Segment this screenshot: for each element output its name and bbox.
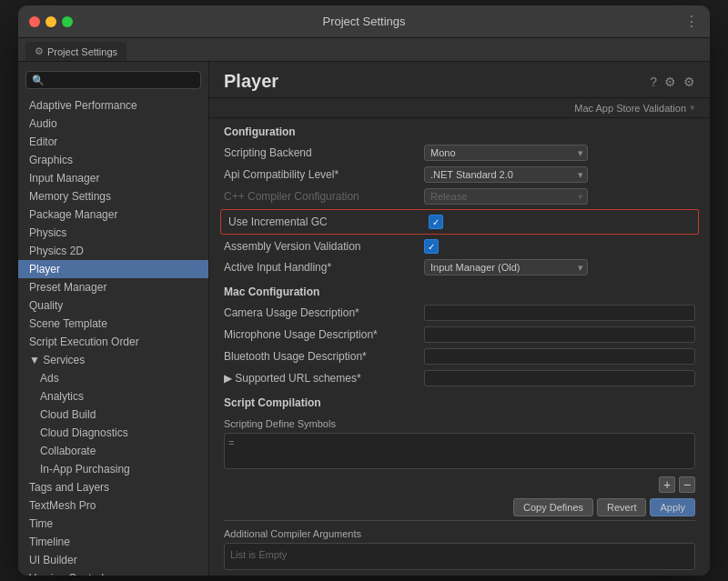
sidebar-item-ads[interactable]: Ads xyxy=(18,369,208,387)
page-title: Player xyxy=(224,71,278,92)
content-area: Adaptive Performance Audio Editor Graphi… xyxy=(18,62,710,576)
tab-bar: ⚙ Project Settings xyxy=(18,38,710,62)
define-remove-button[interactable]: − xyxy=(679,476,695,493)
configuration-section-title: Configuration xyxy=(209,118,710,142)
microphone-usage-input[interactable] xyxy=(424,326,695,343)
url-schemes-row: ▶ Supported URL schemes* xyxy=(209,367,710,389)
window-title: Project Settings xyxy=(29,15,699,28)
sidebar-item-physics[interactable]: Physics xyxy=(18,224,208,242)
sidebar: Adaptive Performance Audio Editor Graphi… xyxy=(18,62,209,576)
cpp-compiler-dropdown[interactable]: Release xyxy=(424,188,588,205)
bluetooth-usage-value xyxy=(424,348,695,365)
sidebar-item-preset-manager[interactable]: Preset Manager xyxy=(18,278,208,296)
camera-usage-row: Camera Usage Description* xyxy=(209,302,710,324)
sidebar-item-audio[interactable]: Audio xyxy=(18,115,208,133)
scripting-backend-row: Scripting Backend Mono xyxy=(209,142,710,164)
define-add-button[interactable]: + xyxy=(659,476,675,493)
sidebar-item-player[interactable]: Player xyxy=(18,260,208,278)
platform-text: Mac App Store Validation xyxy=(574,103,686,114)
revert-define-button[interactable]: Revert xyxy=(597,498,646,516)
scripting-backend-value: Mono xyxy=(424,145,695,161)
sidebar-item-scene-template[interactable]: Scene Template xyxy=(18,315,208,333)
bluetooth-usage-label: Bluetooth Usage Description* xyxy=(224,350,424,363)
copy-defines-button[interactable]: Copy Defines xyxy=(513,498,593,516)
main-content: Player ? ⚙ ⚙ Mac App Store Validation ▾ … xyxy=(209,62,710,576)
assembly-version-value: ✓ xyxy=(424,239,695,254)
sidebar-item-version-control[interactable]: Version Control xyxy=(18,569,208,576)
define-plus-minus-row: + − xyxy=(209,475,710,495)
platform-selector: Mac App Store Validation ▾ xyxy=(209,98,710,118)
close-button[interactable] xyxy=(29,16,40,27)
camera-usage-label: Camera Usage Description* xyxy=(224,306,424,319)
search-bar xyxy=(18,67,208,93)
additional-compiler-label: Additional Compiler Arguments xyxy=(224,528,695,539)
bluetooth-usage-input[interactable] xyxy=(424,348,695,365)
active-input-label: Active Input Handling* xyxy=(224,261,424,274)
url-schemes-input[interactable] xyxy=(424,370,695,386)
main-header: Player ? ⚙ ⚙ xyxy=(209,62,710,98)
define-button-row: Copy Defines Revert Apply xyxy=(209,495,710,520)
gear-icon: ⚙ xyxy=(35,45,44,57)
assembly-version-label: Assembly Version Validation xyxy=(224,240,424,253)
sidebar-item-ui-builder[interactable]: UI Builder xyxy=(18,551,208,569)
maximize-button[interactable] xyxy=(62,16,73,27)
active-input-row: Active Input Handling* Input Manager (Ol… xyxy=(209,256,710,278)
sidebar-item-in-app-purchasing[interactable]: In-App Purchasing xyxy=(18,460,208,478)
sidebar-item-time[interactable]: Time xyxy=(18,515,208,533)
main-window: Project Settings ⋮ ⚙ Project Settings Ad… xyxy=(18,5,710,576)
camera-usage-input[interactable] xyxy=(424,305,695,321)
url-schemes-value xyxy=(424,370,695,386)
header-icons: ? ⚙ ⚙ xyxy=(650,75,695,89)
divider xyxy=(224,520,695,521)
scripting-backend-dropdown[interactable]: Mono xyxy=(424,145,588,161)
sidebar-item-memory-settings[interactable]: Memory Settings xyxy=(18,187,208,205)
settings-icon[interactable]: ⚙ xyxy=(664,75,676,89)
sidebar-item-editor[interactable]: Editor xyxy=(18,133,208,151)
sidebar-item-adaptive-performance[interactable]: Adaptive Performance xyxy=(18,96,208,115)
scripting-backend-label: Scripting Backend xyxy=(224,146,424,159)
menu-icon[interactable]: ⋮ xyxy=(684,13,699,30)
sidebar-item-graphics[interactable]: Graphics xyxy=(18,151,208,169)
incremental-gc-checkbox[interactable]: ✓ xyxy=(429,215,443,229)
sidebar-item-script-execution-order[interactable]: Script Execution Order xyxy=(18,333,208,351)
apply-define-button[interactable]: Apply xyxy=(650,498,695,516)
sidebar-item-services[interactable]: ▼ Services xyxy=(18,351,208,369)
camera-usage-value xyxy=(424,305,695,321)
minimize-button[interactable] xyxy=(46,16,56,27)
active-input-dropdown[interactable]: Input Manager (Old) xyxy=(424,259,588,275)
sidebar-item-physics-2d[interactable]: Physics 2D xyxy=(18,242,208,260)
script-compilation: Scripting Define Symbols = xyxy=(209,413,710,475)
api-compat-dropdown[interactable]: .NET Standard 2.0 xyxy=(424,166,588,183)
tab-project-settings[interactable]: ⚙ Project Settings xyxy=(25,42,126,61)
sidebar-item-input-manager[interactable]: Input Manager xyxy=(18,169,208,187)
url-schemes-label: ▶ Supported URL schemes* xyxy=(224,372,424,385)
script-define-area[interactable]: = xyxy=(224,433,695,469)
sidebar-item-cloud-diagnostics[interactable]: Cloud Diagnostics xyxy=(18,424,208,442)
help-icon[interactable]: ? xyxy=(650,75,657,89)
sidebar-item-analytics[interactable]: Analytics xyxy=(18,387,208,406)
sidebar-item-tags-and-layers[interactable]: Tags and Layers xyxy=(18,478,208,496)
assembly-version-checkbox[interactable]: ✓ xyxy=(424,239,439,254)
compiler-plus-minus-row: + − xyxy=(209,574,710,576)
mac-configuration-section-title: Mac Configuration xyxy=(209,278,710,302)
cpp-compiler-value: Release xyxy=(424,188,695,205)
traffic-lights xyxy=(29,16,73,27)
sidebar-item-collaborate[interactable]: Collaborate xyxy=(18,442,208,460)
sidebar-item-timeline[interactable]: Timeline xyxy=(18,533,208,551)
cpp-compiler-row: C++ Compiler Configuration Release xyxy=(209,185,710,207)
incremental-gc-row: Use Incremental GC ✓ xyxy=(225,212,694,232)
gear-icon[interactable]: ⚙ xyxy=(683,75,695,89)
sidebar-item-quality[interactable]: Quality xyxy=(18,296,208,315)
cpp-compiler-label: C++ Compiler Configuration xyxy=(224,190,424,203)
title-bar: Project Settings ⋮ xyxy=(18,5,710,38)
additional-compiler: Additional Compiler Arguments List is Em… xyxy=(209,525,710,574)
list-empty: List is Empty xyxy=(224,543,695,570)
incremental-gc-value: ✓ xyxy=(429,215,691,229)
sidebar-item-cloud-build[interactable]: Cloud Build xyxy=(18,406,208,424)
sidebar-item-package-manager[interactable]: Package Manager xyxy=(18,205,208,224)
search-input[interactable] xyxy=(25,71,201,89)
microphone-usage-value xyxy=(424,326,695,343)
script-compilation-section-title: Script Compilation xyxy=(209,389,710,413)
incremental-gc-highlighted-row: Use Incremental GC ✓ xyxy=(220,209,699,235)
sidebar-item-textmesh-pro[interactable]: TextMesh Pro xyxy=(18,496,208,515)
